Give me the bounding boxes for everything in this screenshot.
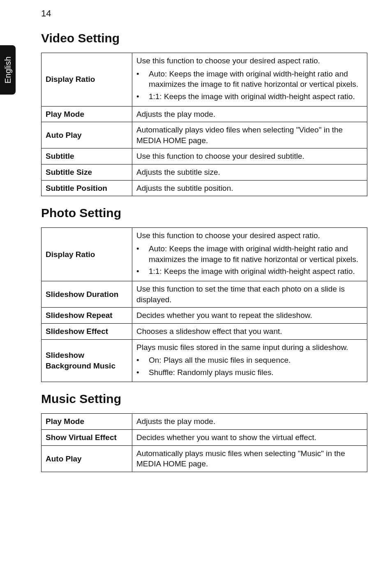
row-label-subtitle: Subtitle bbox=[42, 148, 132, 164]
row-desc-subtitle: Use this function to choose your desired… bbox=[132, 148, 367, 164]
bullet-text: Auto: Keeps the image with original widt… bbox=[149, 243, 363, 264]
music-setting-heading: Music Setting bbox=[41, 392, 367, 406]
slideshow-bg-music-intro: Plays music files stored in the same inp… bbox=[136, 342, 363, 353]
bullet-text: Shuffle: Randomly plays music files. bbox=[149, 367, 363, 378]
music-setting-table: Play Mode Adjusts the play mode. Show Vi… bbox=[41, 413, 367, 472]
row-label-slideshow-repeat: Slideshow Repeat bbox=[42, 308, 132, 324]
list-item: • Auto: Keeps the image with original wi… bbox=[136, 69, 363, 90]
language-tab: English bbox=[0, 45, 16, 95]
table-row: Subtitle Size Adjusts the subtitle size. bbox=[42, 164, 367, 181]
row-desc-play-mode: Adjusts the play mode. bbox=[132, 106, 367, 122]
bullet-icon: • bbox=[136, 69, 149, 90]
row-desc-display-ratio: Use this function to choose your desired… bbox=[132, 53, 367, 107]
video-setting-heading: Video Setting bbox=[41, 31, 367, 45]
list-item: • 1:1: Keeps the image with original wid… bbox=[136, 91, 363, 102]
row-label-slideshow-bg-music: Slideshow Background Music bbox=[42, 339, 132, 382]
row-desc-show-virtual-effect: Decides whether you want to show the vir… bbox=[132, 430, 367, 446]
photo-setting-table: Display Ratio Use this function to choos… bbox=[41, 227, 367, 382]
row-label-subtitle-position: Subtitle Position bbox=[42, 180, 132, 196]
table-row: Display Ratio Use this function to choos… bbox=[42, 53, 367, 107]
display-ratio-intro: Use this function to choose your desired… bbox=[136, 230, 363, 241]
row-desc-subtitle-size: Adjusts the subtitle size. bbox=[132, 164, 367, 181]
row-desc-slideshow-repeat: Decides whether you want to repeat the s… bbox=[132, 308, 367, 324]
table-row: Slideshow Duration Use this function to … bbox=[42, 281, 367, 307]
row-label-subtitle-size: Subtitle Size bbox=[42, 164, 132, 181]
row-desc-subtitle-position: Adjusts the subtitle position. bbox=[132, 180, 367, 196]
row-label-auto-play: Auto Play bbox=[42, 445, 132, 472]
row-label-play-mode: Play Mode bbox=[42, 414, 132, 430]
bullet-text: 1:1: Keeps the image with original width… bbox=[149, 91, 363, 102]
bullet-icon: • bbox=[136, 367, 149, 378]
table-row: Slideshow Background Music Plays music f… bbox=[42, 339, 367, 382]
row-label-slideshow-duration: Slideshow Duration bbox=[42, 281, 132, 307]
table-row: Auto Play Automatically plays video file… bbox=[42, 122, 367, 148]
table-row: Auto Play Automatically plays music file… bbox=[42, 445, 367, 472]
bullet-icon: • bbox=[136, 266, 149, 277]
video-setting-table: Display Ratio Use this function to choos… bbox=[41, 53, 367, 196]
row-label-show-virtual-effect: Show Virtual Effect bbox=[42, 430, 132, 446]
bullet-icon: • bbox=[136, 243, 149, 264]
row-label-auto-play: Auto Play bbox=[42, 122, 132, 148]
display-ratio-intro: Use this function to choose your desired… bbox=[136, 56, 363, 66]
row-desc-auto-play: Automatically plays music files when sel… bbox=[132, 445, 367, 472]
bullet-text: Auto: Keeps the image with original widt… bbox=[149, 69, 363, 90]
list-item: • 1:1: Keeps the image with original wid… bbox=[136, 266, 363, 277]
row-desc-slideshow-bg-music: Plays music files stored in the same inp… bbox=[132, 339, 367, 382]
language-tab-label: English bbox=[3, 56, 13, 83]
row-desc-auto-play: Automatically plays video files when sel… bbox=[132, 122, 367, 148]
table-row: Play Mode Adjusts the play mode. bbox=[42, 414, 367, 430]
page-number: 14 bbox=[41, 8, 367, 19]
table-row: Subtitle Use this function to choose you… bbox=[42, 148, 367, 164]
row-desc-slideshow-duration: Use this function to set the time that e… bbox=[132, 281, 367, 307]
table-row: Subtitle Position Adjusts the subtitle p… bbox=[42, 180, 367, 196]
bullet-text: 1:1: Keeps the image with original width… bbox=[149, 266, 363, 277]
row-desc-display-ratio: Use this function to choose your desired… bbox=[132, 228, 367, 281]
list-item: • On: Plays all the music files in seque… bbox=[136, 355, 363, 366]
photo-setting-heading: Photo Setting bbox=[41, 206, 367, 220]
row-label-slideshow-effect: Slideshow Effect bbox=[42, 323, 132, 339]
row-label-display-ratio: Display Ratio bbox=[42, 53, 132, 107]
list-item: • Auto: Keeps the image with original wi… bbox=[136, 243, 363, 264]
table-row: Show Virtual Effect Decides whether you … bbox=[42, 430, 367, 446]
list-item: • Shuffle: Randomly plays music files. bbox=[136, 367, 363, 378]
row-desc-slideshow-effect: Chooses a slideshow effect that you want… bbox=[132, 323, 367, 339]
table-row: Display Ratio Use this function to choos… bbox=[42, 228, 367, 281]
table-row: Slideshow Repeat Decides whether you wan… bbox=[42, 308, 367, 324]
row-label-display-ratio: Display Ratio bbox=[42, 228, 132, 281]
bullet-text: On: Plays all the music files in sequenc… bbox=[149, 355, 363, 366]
table-row: Play Mode Adjusts the play mode. bbox=[42, 106, 367, 122]
bullet-icon: • bbox=[136, 355, 149, 366]
table-row: Slideshow Effect Chooses a slideshow eff… bbox=[42, 323, 367, 339]
row-label-play-mode: Play Mode bbox=[42, 106, 132, 122]
bullet-icon: • bbox=[136, 91, 149, 102]
page-content: 14 Video Setting Display Ratio Use this … bbox=[0, 0, 392, 497]
row-desc-play-mode: Adjusts the play mode. bbox=[132, 414, 367, 430]
